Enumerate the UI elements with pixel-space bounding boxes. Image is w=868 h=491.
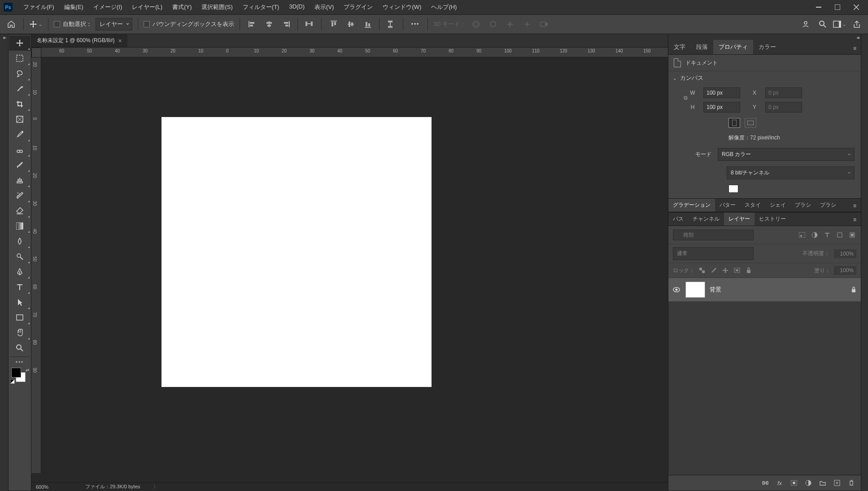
brush-tool[interactable] bbox=[9, 157, 31, 173]
y-input[interactable] bbox=[765, 102, 802, 113]
hand-tool[interactable] bbox=[9, 325, 31, 340]
link-dimensions-icon[interactable]: ⧉ bbox=[684, 95, 688, 101]
orbit-3d-icon[interactable] bbox=[469, 17, 483, 31]
ruler-horizontal[interactable]: 6050403020100102030405060708090100110120… bbox=[41, 48, 668, 57]
panel-menu-icon[interactable]: ≡ bbox=[849, 214, 861, 226]
menu-type[interactable]: 書式(Y) bbox=[168, 1, 196, 13]
status-zoom[interactable]: 600% bbox=[31, 484, 72, 490]
opacity-input[interactable]: 100% bbox=[834, 249, 856, 258]
canvas-viewport[interactable] bbox=[41, 57, 668, 473]
panel-menu-icon[interactable]: ≡ bbox=[849, 43, 861, 54]
healing-brush-tool[interactable] bbox=[9, 142, 31, 157]
filter-shape-icon[interactable] bbox=[836, 231, 844, 239]
dodge-tool[interactable] bbox=[9, 249, 31, 264]
tab-paths[interactable]: パス bbox=[668, 213, 688, 226]
maximize-button[interactable] bbox=[829, 2, 846, 13]
layers-empty-area[interactable] bbox=[668, 301, 861, 475]
canvas[interactable] bbox=[161, 117, 432, 387]
lock-all-icon[interactable] bbox=[745, 266, 753, 274]
ruler-vertical[interactable]: 20100102030405060708090 bbox=[31, 57, 41, 473]
tab-properties[interactable]: プロパティ bbox=[713, 40, 753, 54]
menu-file[interactable]: ファイル(F) bbox=[19, 1, 59, 13]
default-colors-icon[interactable] bbox=[10, 379, 15, 384]
pan-3d-icon[interactable] bbox=[503, 17, 517, 31]
marquee-tool[interactable] bbox=[9, 51, 31, 66]
left-collapse-strip[interactable]: ▸▸ bbox=[0, 34, 8, 491]
frame-tool[interactable] bbox=[9, 112, 31, 127]
edit-toolbar-icon[interactable]: ••• bbox=[9, 358, 31, 367]
align-top-icon[interactable] bbox=[327, 17, 340, 31]
lock-artboard-icon[interactable] bbox=[733, 266, 741, 274]
pen-tool[interactable] bbox=[9, 264, 31, 279]
delete-layer-icon[interactable] bbox=[847, 479, 855, 487]
layer-name-label[interactable]: 背景 bbox=[710, 286, 846, 294]
menu-edit[interactable]: 編集(E) bbox=[60, 1, 88, 13]
blend-mode-dropdown[interactable]: 通常 bbox=[673, 247, 754, 260]
orientation-portrait-icon[interactable] bbox=[728, 118, 740, 128]
share-icon[interactable] bbox=[850, 17, 864, 31]
link-layers-icon[interactable] bbox=[761, 479, 769, 487]
eyedropper-tool[interactable] bbox=[9, 127, 31, 142]
zoom-tool[interactable] bbox=[9, 340, 31, 356]
panel-menu-icon[interactable]: ≡ bbox=[849, 200, 861, 212]
more-options-icon[interactable]: ••• bbox=[409, 17, 422, 31]
eraser-tool[interactable] bbox=[9, 203, 31, 218]
cloud-user-icon[interactable] bbox=[799, 17, 812, 31]
tab-brush-settings[interactable]: ブラシ bbox=[790, 199, 816, 212]
layer-locked-icon[interactable] bbox=[851, 287, 856, 293]
menu-select[interactable]: 選択範囲(S) bbox=[197, 1, 237, 13]
layer-thumbnail[interactable] bbox=[685, 282, 705, 298]
distribute-h-icon[interactable] bbox=[302, 17, 316, 31]
history-brush-tool[interactable] bbox=[9, 188, 31, 203]
workspace-switcher-icon[interactable]: ⌄ bbox=[833, 17, 846, 31]
tab-paragraph[interactable]: 段落 bbox=[691, 40, 713, 54]
magic-wand-tool[interactable] bbox=[9, 81, 31, 96]
move-tool-icon[interactable]: ⌄ bbox=[29, 17, 43, 31]
slide-3d-icon[interactable] bbox=[520, 17, 534, 31]
lock-position-icon[interactable] bbox=[721, 266, 729, 274]
lasso-tool[interactable] bbox=[9, 66, 31, 81]
type-tool[interactable] bbox=[9, 279, 31, 295]
layer-mask-icon[interactable] bbox=[790, 479, 798, 487]
swap-colors-icon[interactable]: ⇄ bbox=[26, 368, 29, 373]
tab-color[interactable]: カラー bbox=[753, 40, 781, 54]
tab-patterns[interactable]: パター bbox=[715, 199, 740, 212]
menu-plugin[interactable]: プラグイン bbox=[339, 1, 377, 13]
filter-pixel-icon[interactable] bbox=[798, 231, 806, 239]
shape-tool[interactable] bbox=[9, 310, 31, 325]
bounding-box-checkbox[interactable]: バウンディングボックスを表示 bbox=[144, 20, 234, 28]
adjustment-layer-icon[interactable] bbox=[804, 479, 812, 487]
layer-fx-icon[interactable]: fx bbox=[776, 479, 784, 487]
right-collapse-strip[interactable]: ◂◂ bbox=[668, 34, 861, 40]
tab-gradients[interactable]: グラデーション bbox=[668, 199, 715, 212]
width-input[interactable] bbox=[703, 87, 740, 98]
foreground-color-swatch[interactable] bbox=[11, 368, 21, 378]
tab-history[interactable]: ヒストリー bbox=[755, 213, 790, 226]
menu-layer[interactable]: レイヤー(L) bbox=[127, 1, 167, 13]
status-file-info[interactable]: ファイル：29.3K/0 bytes bbox=[72, 483, 140, 490]
align-hcenter-icon[interactable] bbox=[262, 17, 276, 31]
path-select-tool[interactable] bbox=[9, 295, 31, 310]
menu-view[interactable]: 表示(V) bbox=[310, 1, 338, 13]
height-input[interactable] bbox=[703, 102, 740, 113]
roll-3d-icon[interactable] bbox=[486, 17, 500, 31]
filter-smart-icon[interactable] bbox=[848, 231, 856, 239]
canvas-section-toggle[interactable]: ⌄ カンバス bbox=[668, 71, 861, 85]
x-input[interactable] bbox=[765, 87, 802, 98]
document-tab[interactable]: 名称未設定 1 @ 600% (RGB/8#) × bbox=[31, 34, 127, 47]
orientation-landscape-icon[interactable] bbox=[745, 118, 756, 128]
bit-depth-dropdown[interactable]: 8 bit/チャンネル bbox=[727, 166, 855, 179]
status-flyout-icon[interactable]: 〉 bbox=[153, 483, 158, 490]
clone-stamp-tool[interactable] bbox=[9, 173, 31, 188]
align-right-icon[interactable] bbox=[279, 17, 293, 31]
gradient-tool[interactable] bbox=[9, 218, 31, 234]
filter-type-icon[interactable] bbox=[823, 231, 831, 239]
layer-group-icon[interactable] bbox=[819, 479, 827, 487]
menu-image[interactable]: イメージ(I) bbox=[89, 1, 126, 13]
camera-3d-icon[interactable] bbox=[537, 17, 551, 31]
checkbox-icon[interactable] bbox=[144, 21, 150, 27]
menu-filter[interactable]: フィルター(T) bbox=[238, 1, 284, 13]
layer-visibility-icon[interactable] bbox=[673, 287, 681, 292]
color-swatches[interactable]: ⇄ bbox=[9, 367, 31, 385]
align-left-icon[interactable] bbox=[245, 17, 259, 31]
